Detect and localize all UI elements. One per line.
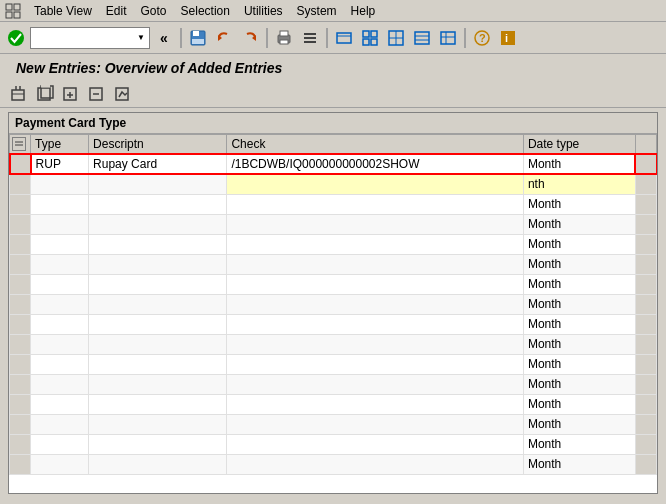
col-date-header[interactable]: Date type [523,135,635,155]
col-type-header[interactable]: Type [31,135,89,155]
menu-table-view[interactable]: Table View [28,2,98,20]
help-button[interactable]: ? [470,26,494,50]
cell-check [227,274,523,294]
table-body: RUPRupay Card/1BCDWB/IQ000000000002SHOWM… [10,154,657,474]
collapse-button[interactable] [384,26,408,50]
row-selector[interactable] [10,234,31,254]
main-table: Type Descriptn Check Date type RUPRupay … [9,134,657,475]
table-action-1[interactable] [8,82,32,106]
table-row[interactable]: Month [10,274,657,294]
table-row[interactable]: Month [10,294,657,314]
redo-button[interactable] [238,26,262,50]
scrollbar-cell [635,214,656,234]
cell-date: Month [523,254,635,274]
cell-desc [89,214,227,234]
expand-button[interactable] [332,26,356,50]
row-selector[interactable] [10,434,31,454]
table-row[interactable]: Month [10,454,657,474]
row-selector[interactable] [10,154,31,174]
table-action-3[interactable] [60,82,84,106]
cell-check [227,174,523,194]
menu-help[interactable]: Help [345,2,382,20]
table-container: Payment Card Type [8,112,658,494]
table-row[interactable]: Month [10,434,657,454]
row-selector[interactable] [10,354,31,374]
table-action-4[interactable] [86,82,110,106]
grid-button[interactable] [358,26,382,50]
table-row[interactable]: Month [10,354,657,374]
cell-check [227,414,523,434]
cell-desc [89,374,227,394]
row-selector[interactable] [10,314,31,334]
scrollbar-cell [635,334,656,354]
cell-desc [89,274,227,294]
table-row[interactable]: Month [10,214,657,234]
table-row[interactable]: Month [10,414,657,434]
svg-rect-13 [304,33,316,35]
scrollbar-cell [635,254,656,274]
row-selector[interactable] [10,374,31,394]
cell-check [227,234,523,254]
menu-system[interactable]: System [291,2,343,20]
info-button[interactable]: i [496,26,520,50]
cell-check [227,434,523,454]
table-row[interactable]: Month [10,314,657,334]
menu-edit[interactable]: Edit [100,2,133,20]
table-row[interactable]: nth [10,174,657,194]
view-button[interactable] [410,26,434,50]
svg-rect-1 [14,4,20,10]
col-check-header[interactable]: Check [227,135,523,155]
scrollbar-cell [635,374,656,394]
nav-first-button[interactable]: « [152,26,176,50]
table-action-2[interactable] [34,82,58,106]
column-resize-icon[interactable] [12,137,26,151]
menu-utilities[interactable]: Utilities [238,2,289,20]
toolbar-separator-3 [326,28,328,48]
toolbar-separator-2 [266,28,268,48]
row-selector[interactable] [10,174,31,194]
row-selector[interactable] [10,254,31,274]
save-button[interactable] [186,26,210,50]
table-row[interactable]: Month [10,234,657,254]
table-group-header: Payment Card Type [9,113,657,134]
table-wrapper[interactable]: Type Descriptn Check Date type RUPRupay … [9,134,657,490]
table-button[interactable] [436,26,460,50]
menu-selection[interactable]: Selection [175,2,236,20]
scrollbar-cell [635,454,656,474]
table-row[interactable]: Month [10,254,657,274]
cell-date: Month [523,194,635,214]
table-row[interactable]: Month [10,334,657,354]
toolbar-dropdown[interactable]: ▼ [30,27,150,49]
cell-date: Month [523,294,635,314]
cell-check [227,254,523,274]
cell-check [227,334,523,354]
cell-type [31,294,89,314]
row-selector[interactable] [10,334,31,354]
cell-type [31,234,89,254]
table-row[interactable]: Month [10,374,657,394]
row-selector[interactable] [10,454,31,474]
cell-check [227,294,523,314]
print-button[interactable] [272,26,296,50]
cell-check: /1BCDWB/IQ000000000002SHOW [227,154,523,174]
row-selector[interactable] [10,214,31,234]
row-selector[interactable] [10,274,31,294]
row-selector[interactable] [10,394,31,414]
table-row[interactable]: Month [10,194,657,214]
svg-rect-21 [371,39,377,45]
table-row[interactable]: RUPRupay Card/1BCDWB/IQ000000000002SHOWM… [10,154,657,174]
undo-button[interactable] [212,26,236,50]
scrollbar-cell [635,274,656,294]
menu-goto[interactable]: Goto [135,2,173,20]
svg-rect-12 [280,40,288,44]
col-desc-header[interactable]: Descriptn [89,135,227,155]
table-action-5[interactable] [112,82,136,106]
row-selector[interactable] [10,194,31,214]
cell-desc [89,394,227,414]
row-selector[interactable] [10,414,31,434]
check-button[interactable] [4,26,28,50]
table-row[interactable]: Month [10,394,657,414]
settings-button[interactable] [298,26,322,50]
cell-type: RUP [31,154,89,174]
row-selector[interactable] [10,294,31,314]
